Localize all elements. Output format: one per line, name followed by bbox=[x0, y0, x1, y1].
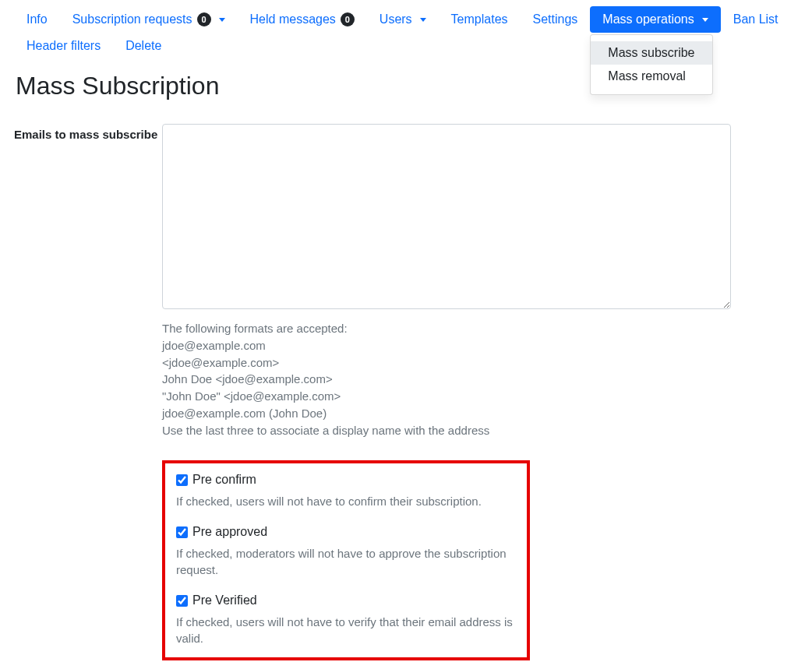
nav-users[interactable]: Users bbox=[367, 6, 439, 33]
chevron-down-icon bbox=[420, 18, 426, 22]
pre-verified-block: Pre Verified If checked, users will not … bbox=[176, 593, 516, 646]
mass-operations-dropdown: Mass subscribe Mass removal bbox=[590, 34, 712, 95]
dropdown-item-mass-subscribe[interactable]: Mass subscribe bbox=[591, 41, 711, 65]
nav-delete[interactable]: Delete bbox=[113, 33, 174, 59]
emails-help-line: jdoe@example.com (John Doe) bbox=[162, 405, 798, 422]
pre-options-highlight: Pre confirm If checked, users will not h… bbox=[162, 460, 530, 660]
nav-held-messages-badge: 0 bbox=[341, 12, 355, 26]
emails-textarea[interactable] bbox=[162, 124, 731, 309]
pre-verified-label: Pre Verified bbox=[192, 593, 257, 607]
chevron-down-icon bbox=[702, 18, 708, 22]
emails-field-label: Emails to mass subscribe bbox=[14, 124, 162, 143]
nav-settings[interactable]: Settings bbox=[521, 6, 591, 33]
pre-approved-label-row[interactable]: Pre approved bbox=[176, 525, 516, 539]
nav-held-messages-label: Held messages bbox=[250, 12, 336, 26]
main-nav: Info Subscription requests 0 Held messag… bbox=[14, 6, 798, 59]
nav-mass-operations[interactable]: Mass operations bbox=[590, 6, 720, 33]
nav-subscription-requests-badge: 0 bbox=[197, 12, 211, 26]
emails-help-line: jdoe@example.com bbox=[162, 337, 798, 354]
emails-help-outro: Use the last three to associate a displa… bbox=[162, 422, 798, 439]
emails-help-line: John Doe <jdoe@example.com> bbox=[162, 371, 798, 388]
nav-info[interactable]: Info bbox=[14, 6, 60, 33]
nav-subscription-requests-label: Subscription requests bbox=[72, 12, 192, 26]
pre-confirm-block: Pre confirm If checked, users will not h… bbox=[176, 473, 516, 509]
nav-held-messages[interactable]: Held messages 0 bbox=[238, 6, 367, 33]
pre-verified-checkbox[interactable] bbox=[176, 595, 188, 607]
nav-header-filters[interactable]: Header filters bbox=[14, 33, 113, 59]
nav-ban-list[interactable]: Ban List bbox=[721, 6, 791, 33]
pre-verified-label-row[interactable]: Pre Verified bbox=[176, 593, 516, 607]
pre-confirm-checkbox[interactable] bbox=[176, 474, 188, 486]
nav-subscription-requests[interactable]: Subscription requests 0 bbox=[60, 6, 238, 33]
pre-confirm-label-row[interactable]: Pre confirm bbox=[176, 473, 516, 487]
form-row-emails: Emails to mass subscribe The following f… bbox=[14, 124, 798, 662]
pre-approved-help: If checked, moderators will not have to … bbox=[176, 545, 516, 578]
pre-approved-checkbox[interactable] bbox=[176, 526, 188, 538]
nav-templates[interactable]: Templates bbox=[439, 6, 521, 33]
pre-confirm-help: If checked, users will not have to confi… bbox=[176, 493, 516, 509]
chevron-down-icon bbox=[219, 18, 225, 22]
emails-help: The following formats are accepted: jdoe… bbox=[162, 320, 798, 438]
nav-mass-operations-label: Mass operations bbox=[602, 12, 694, 26]
pre-approved-label: Pre approved bbox=[192, 525, 267, 539]
dropdown-item-mass-removal[interactable]: Mass removal bbox=[591, 65, 711, 88]
pre-verified-help: If checked, users will not have to verif… bbox=[176, 614, 516, 646]
pre-confirm-label: Pre confirm bbox=[192, 473, 256, 487]
emails-help-intro: The following formats are accepted: bbox=[162, 320, 798, 337]
nav-users-label: Users bbox=[380, 12, 412, 26]
emails-help-line: "John Doe" <jdoe@example.com> bbox=[162, 388, 798, 405]
emails-help-line: <jdoe@example.com> bbox=[162, 354, 798, 371]
pre-approved-block: Pre approved If checked, moderators will… bbox=[176, 525, 516, 578]
